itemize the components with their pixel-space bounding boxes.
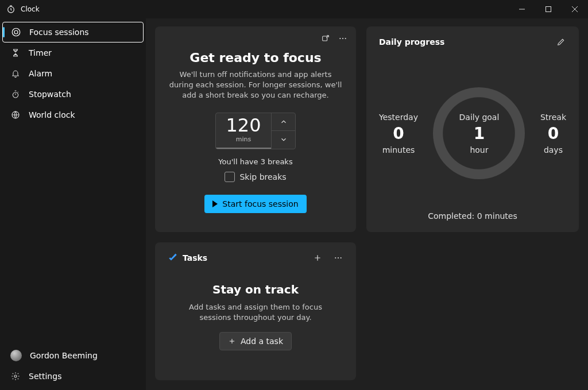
app-title: Clock xyxy=(21,5,40,13)
nav-focus-sessions[interactable]: Focus sessions xyxy=(2,22,144,43)
progress-ring: Daily goal 1 hour xyxy=(433,87,525,179)
title-bar: Clock xyxy=(0,0,588,18)
daily-progress-card: Daily progress Yesterday 0 minutes Daily… xyxy=(366,26,579,232)
svg-rect-7 xyxy=(323,36,327,41)
collapse-icon[interactable] xyxy=(320,33,331,44)
nav-label: Stopwatch xyxy=(29,90,71,99)
avatar-icon xyxy=(10,350,22,361)
main-content: Get ready to focus We'll turn off notifi… xyxy=(146,18,588,390)
stat-value: 0 xyxy=(393,124,404,143)
nav-label: Timer xyxy=(29,48,52,57)
tasks-title: Stay on track xyxy=(212,283,299,296)
stat-label: Yesterday xyxy=(379,113,418,122)
tasks-header: Tasks xyxy=(183,253,207,262)
nav-timer[interactable]: Timer xyxy=(2,43,144,63)
focus-card: Get ready to focus We'll turn off notifi… xyxy=(155,26,356,232)
skip-breaks-label: Skip breaks xyxy=(239,172,286,182)
hourglass-icon xyxy=(10,48,21,58)
app-icon xyxy=(6,4,16,14)
completed-text: Completed: 0 minutes xyxy=(379,211,566,221)
svg-point-3 xyxy=(14,30,18,34)
settings-label: Settings xyxy=(29,372,61,381)
minimize-button[interactable] xyxy=(509,0,535,18)
edit-icon[interactable] xyxy=(556,37,566,47)
svg-point-8 xyxy=(339,38,341,39)
focus-icon xyxy=(11,27,21,37)
nav-alarm[interactable]: Alarm xyxy=(2,63,144,84)
svg-point-9 xyxy=(342,38,343,39)
start-focus-label: Start focus session xyxy=(222,199,298,208)
nav-stopwatch[interactable]: Stopwatch xyxy=(2,84,144,105)
plus-icon xyxy=(228,337,236,345)
window-controls xyxy=(509,0,588,18)
breaks-info: You'll have 3 breaks xyxy=(218,157,292,166)
svg-point-12 xyxy=(338,257,339,258)
duration-picker[interactable]: 120 mins xyxy=(215,113,296,149)
stat-value: 1 xyxy=(474,124,485,143)
tasks-app-icon xyxy=(168,253,178,263)
duration-display: 120 mins xyxy=(216,113,271,149)
duration-decrease-button[interactable] xyxy=(271,131,295,149)
svg-point-10 xyxy=(345,38,346,39)
skip-breaks-row[interactable]: Skip breaks xyxy=(225,172,286,182)
focus-title: Get ready to focus xyxy=(189,51,321,65)
svg-point-11 xyxy=(335,257,336,258)
stat-unit: hour xyxy=(470,145,488,155)
more-icon[interactable] xyxy=(338,33,348,44)
start-focus-button[interactable]: Start focus session xyxy=(204,195,306,213)
nav-label: Alarm xyxy=(29,69,52,78)
more-icon[interactable] xyxy=(333,253,343,263)
maximize-button[interactable] xyxy=(535,0,562,18)
svg-point-4 xyxy=(13,92,18,98)
stat-yesterday: Yesterday 0 minutes xyxy=(379,113,418,155)
nav-world-clock[interactable]: World clock xyxy=(2,105,144,125)
stopwatch-icon xyxy=(10,89,21,99)
tasks-subtitle: Add tasks and assign them to focus sessi… xyxy=(181,302,330,323)
account-name: Gordon Beeming xyxy=(30,351,98,360)
add-task-button[interactable]: Add a task xyxy=(219,332,292,350)
add-icon[interactable] xyxy=(312,253,323,263)
duration-unit: mins xyxy=(236,136,251,143)
stat-unit: days xyxy=(544,145,563,155)
stat-label: Daily goal xyxy=(459,113,500,122)
settings-button[interactable]: Settings xyxy=(2,366,144,387)
account-button[interactable]: Gordon Beeming xyxy=(2,345,144,366)
tasks-card: Tasks Stay on track Add tasks and assign… xyxy=(155,242,356,380)
globe-icon xyxy=(10,110,21,120)
stat-unit: minutes xyxy=(382,145,415,155)
svg-point-13 xyxy=(341,257,342,258)
stat-label: Streak xyxy=(540,113,566,122)
nav-label: Focus sessions xyxy=(29,28,89,37)
duration-value: 120 xyxy=(226,116,261,134)
add-task-label: Add a task xyxy=(241,337,283,346)
title-bar-left: Clock xyxy=(6,4,40,14)
daily-progress-title: Daily progress xyxy=(379,37,444,47)
play-icon xyxy=(212,200,218,207)
svg-point-2 xyxy=(12,28,20,36)
nav: Focus sessions Timer Alarm Stopwatch xyxy=(0,22,146,345)
gear-icon xyxy=(10,371,21,381)
duration-increase-button[interactable] xyxy=(271,113,295,131)
nav-label: World clock xyxy=(29,110,75,119)
svg-rect-1 xyxy=(546,7,551,12)
bell-icon xyxy=(10,68,21,79)
focus-subtitle: We'll turn off notifications and app ale… xyxy=(168,69,343,101)
svg-point-6 xyxy=(14,375,17,377)
stat-streak: Streak 0 days xyxy=(540,113,566,155)
skip-breaks-checkbox[interactable] xyxy=(225,172,235,182)
close-button[interactable] xyxy=(562,0,588,18)
stat-value: 0 xyxy=(548,124,559,143)
sidebar: Focus sessions Timer Alarm Stopwatch xyxy=(0,18,146,390)
